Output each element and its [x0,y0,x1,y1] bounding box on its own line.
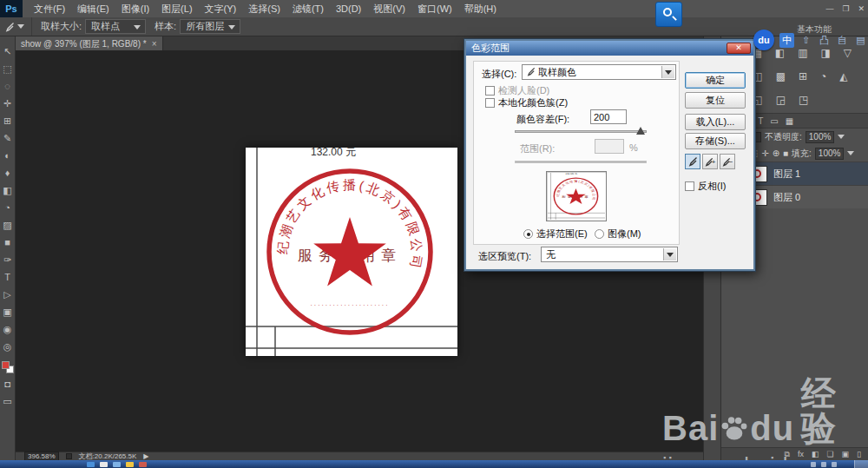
eyedropper-button[interactable] [685,154,700,169]
foreground-color-swatch[interactable] [2,361,10,369]
fuzziness-input[interactable] [590,109,627,124]
select-dropdown[interactable]: 取样颜色 [522,64,676,80]
taskbar-app-icon[interactable] [113,462,121,467]
menu-image[interactable]: 图像(I) [115,0,155,17]
load-button[interactable]: 载入(L)... [685,114,746,130]
tool-pen[interactable]: ✑ [1,254,15,267]
eyedropper-tool-preset[interactable] [0,17,32,36]
actions-panel-icon[interactable]: ◲ [776,94,786,106]
menu-file[interactable]: 文件(F) [28,0,71,17]
tray-icon[interactable] [832,462,837,467]
ime-shift-icon[interactable]: ⇧ [799,33,812,47]
ok-button[interactable]: 确定 [685,72,746,89]
lock-all-icon[interactable]: ■ [783,148,788,158]
filter-shape-icon[interactable]: ▭ [770,116,778,126]
ime-punct-icon[interactable]: 自 [836,33,849,47]
dialog-titlebar[interactable]: 色彩范围 [466,41,753,56]
quick-mask-icon[interactable]: ◘ [1,378,15,391]
menu-type[interactable]: 文字(Y) [199,0,243,17]
tool-lasso[interactable]: ◌ [1,80,15,93]
selection-radio[interactable]: 选择范围(E) [523,227,588,241]
properties-panel-icon[interactable]: ▩ [776,70,786,82]
tray-icon[interactable] [811,462,816,467]
slider-thumb[interactable] [636,127,645,135]
menu-filter[interactable]: 滤镜(T) [286,0,330,17]
tray-icon[interactable] [821,462,826,467]
tool-history-brush[interactable]: ◔ [1,201,15,214]
tool-type[interactable]: T [1,271,15,284]
save-button[interactable]: 存储(S)... [685,133,746,149]
reset-button[interactable]: 复位 [685,92,746,109]
menu-select[interactable]: 选择(S) [242,0,286,17]
tool-healing-brush[interactable]: ◐ [1,149,15,162]
tool-quick-selection[interactable]: ✛ [1,97,15,110]
tool-clone-stamp[interactable]: ◧ [1,184,15,197]
tool-marquee[interactable]: ⬚ [1,63,15,76]
selection-preview-thumbnail[interactable] [546,171,607,221]
selection-preview-dropdown[interactable]: 无 [541,247,678,262]
dropdown-arrow[interactable] [661,66,674,78]
layer-name[interactable]: 图层 1 [773,168,800,181]
navigator-panel-icon[interactable]: ⊞ [799,70,807,82]
eyedropper-icon [527,67,536,76]
document-image[interactable] [246,148,457,356]
menu-layer[interactable]: 图层(L) [155,0,198,17]
restore-icon[interactable]: ❐ [842,4,849,13]
taskbar-app-icon[interactable] [87,462,95,467]
layer-name[interactable]: 图层 0 [773,191,800,204]
tonecurve-panel-icon[interactable]: ◳ [799,94,808,106]
menu-help[interactable]: 帮助(H) [458,0,503,17]
tool-gradient[interactable]: ■ [1,236,15,249]
brush-panel-icon[interactable]: ◭ [839,70,847,82]
tool-move[interactable]: ↖ [1,45,15,58]
tool-hand[interactable]: ◉ [1,323,15,336]
tool-eraser[interactable]: ▨ [1,219,15,232]
invert-checkbox[interactable]: 反相(I) [685,180,726,193]
tool-brush[interactable]: ♦ [1,167,15,180]
detect-faces-checkbox[interactable]: 检测人脸(D) [485,84,549,97]
lock-pixels-icon[interactable]: ⊕ [773,148,779,158]
fuzziness-slider[interactable] [515,127,647,135]
lock-position-icon[interactable]: ✛ [761,148,768,158]
filter-smart-icon[interactable]: ▦ [786,116,793,126]
tool-eyedropper[interactable]: ✎ [1,132,15,145]
taskbar-folder-icon[interactable] [126,462,134,467]
localized-clusters-checkbox[interactable]: 本地化颜色簇(Z) [485,96,568,109]
dialog-close-button[interactable]: ✕ [727,43,751,54]
tab-close-icon[interactable]: × [152,39,157,49]
sample-layers-dropdown[interactable]: 所有图层 [180,19,240,34]
menu-view[interactable]: 视图(V) [367,0,411,17]
dropdown-arrow[interactable] [663,248,676,260]
menu-3d[interactable]: 3D(D) [330,0,367,17]
ime-board-icon[interactable]: ▤ [854,33,867,47]
sample-size-dropdown[interactable]: 取样点 [85,19,146,34]
search-button[interactable] [655,2,682,27]
clock-panel-icon[interactable]: ◔ [820,70,826,82]
tool-shape[interactable]: ▣ [1,306,15,319]
taskbar-clock-area[interactable] [854,460,868,468]
color-swatches[interactable] [2,361,14,373]
ime-fullhalf-icon[interactable]: 凸 [818,33,831,47]
document-tab[interactable]: show @ 397% (图层 1, RGB/8) * × [16,36,163,50]
baidu-du-logo[interactable]: du [753,30,774,50]
filter-type-icon[interactable]: T [758,116,763,126]
tool-crop[interactable]: ⊞ [1,115,15,128]
ime-chinese-mode[interactable]: 中 [779,33,794,48]
subtract-from-sample-button[interactable]: − [720,154,735,169]
tool-zoom[interactable]: ◎ [1,340,15,353]
add-to-sample-button[interactable]: + [702,154,718,169]
menu-bar: Ps 文件(F) 编辑(E) 图像(I) 图层(L) 文字(Y) 选择(S) 滤… [0,0,868,17]
image-radio[interactable]: 图像(M) [595,227,641,241]
menu-edit[interactable]: 编辑(E) [71,0,115,17]
status-arrow-icon[interactable]: ▶ [143,452,148,460]
menu-window[interactable]: 窗口(W) [411,0,458,17]
close-icon[interactable]: ✕ [858,4,865,13]
fill-value[interactable]: 100% [815,148,845,160]
taskbar-app-icon[interactable] [139,462,147,467]
tool-path-selection[interactable]: ▷ [1,288,15,301]
photoshop-logo[interactable]: Ps [0,0,23,17]
opacity-value[interactable]: 100% [806,131,835,143]
taskbar-app-icon[interactable] [100,462,108,467]
minimize-icon[interactable]: — [825,4,833,13]
screen-mode-icon[interactable]: ▭ [1,395,15,408]
